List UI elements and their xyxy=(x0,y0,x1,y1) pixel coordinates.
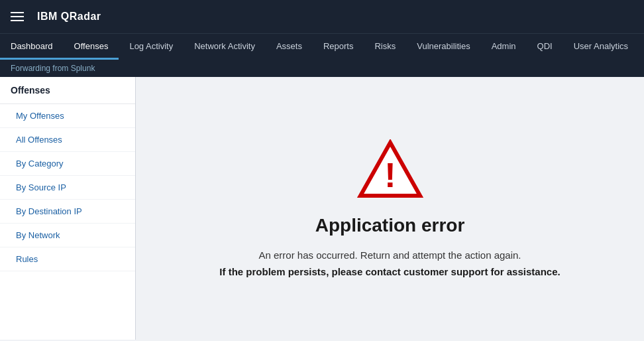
sidebar-item-all-offenses[interactable]: All Offenses xyxy=(0,128,135,152)
top-bar: IBM QRadar xyxy=(0,0,644,33)
error-title: Application error xyxy=(315,215,465,236)
nav-item-vulnerabilities[interactable]: Vulnerabilities xyxy=(406,34,480,60)
nav-item-network-activity[interactable]: Network Activity xyxy=(184,34,266,60)
app-title: IBM QRadar xyxy=(37,11,101,23)
main-content: ! Application error An error has occurre… xyxy=(136,77,644,340)
error-message-bold: If the problem persists, please contact … xyxy=(219,266,560,277)
nav-item-log-activity[interactable]: Log Activity xyxy=(119,34,184,60)
nav-bar: Dashboard Offenses Log Activity Network … xyxy=(0,33,644,60)
sidebar-item-by-category[interactable]: By Category xyxy=(0,152,135,176)
sidebar-item-by-network[interactable]: By Network xyxy=(0,224,135,247)
nav-item-qdi[interactable]: QDI xyxy=(527,34,563,60)
sidebar-item-by-destination-ip[interactable]: By Destination IP xyxy=(0,200,135,224)
svg-text:!: ! xyxy=(384,156,396,194)
nav-item-user-analytics[interactable]: User Analytics xyxy=(563,34,639,60)
nav-item-risks[interactable]: Risks xyxy=(364,34,406,60)
sub-header-label: Forwarding from Splunk xyxy=(11,64,95,73)
hamburger-icon[interactable] xyxy=(11,12,24,21)
sidebar-item-my-offenses[interactable]: My Offenses xyxy=(0,104,135,128)
nav-item-admin[interactable]: Admin xyxy=(481,34,527,60)
sidebar-item-rules[interactable]: Rules xyxy=(0,247,135,271)
sidebar-title: Offenses xyxy=(0,77,135,104)
error-message: An error has occurred. Return and attemp… xyxy=(258,249,521,261)
error-icon: ! xyxy=(357,139,423,202)
nav-item-offenses[interactable]: Offenses xyxy=(64,34,119,60)
nav-item-dashboard[interactable]: Dashboard xyxy=(0,34,64,60)
nav-item-reports[interactable]: Reports xyxy=(313,34,364,60)
sub-header: Forwarding from Splunk xyxy=(0,60,644,77)
nav-item-assets[interactable]: Assets xyxy=(266,34,313,60)
sidebar-item-by-source-ip[interactable]: By Source IP xyxy=(0,176,135,200)
layout: Offenses My Offenses All Offenses By Cat… xyxy=(0,77,644,340)
sidebar: Offenses My Offenses All Offenses By Cat… xyxy=(0,77,136,340)
